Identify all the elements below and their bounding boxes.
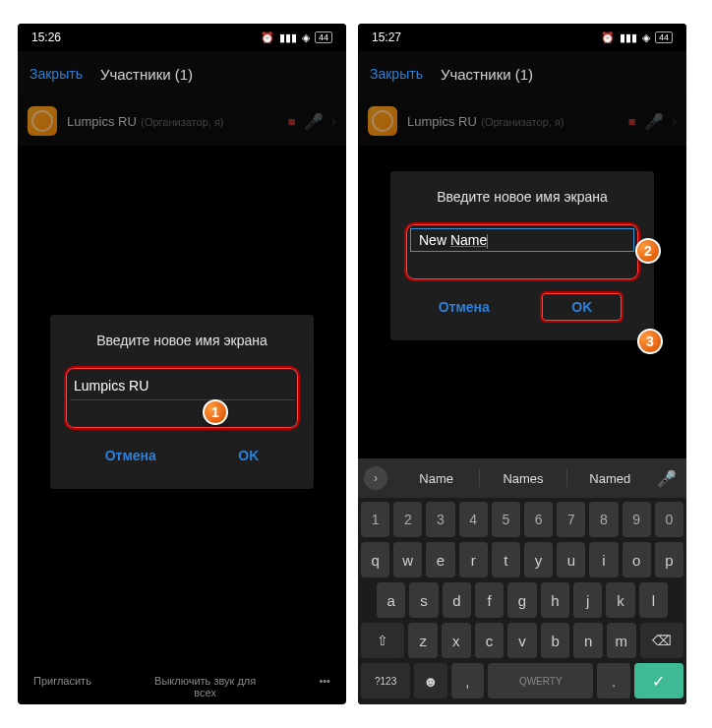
status-bar: 15:26 ⏰ ▮▮▮ ◈ 44 [18,24,346,51]
ok-button[interactable]: OK [540,291,623,323]
key-1[interactable]: 1 [361,502,389,537]
key-comma[interactable]: , [451,663,484,698]
avatar [368,106,397,136]
dialog-title: Введите новое имя экрана [404,189,640,205]
rename-dialog: Введите новое имя экрана New Name Отмена… [390,171,654,340]
name-input[interactable]: New Name [415,226,492,254]
key-d[interactable]: d [443,582,471,618]
key-v[interactable]: v [507,623,537,658]
key-9[interactable]: 9 [623,502,651,537]
participant-name: Lumpics RU [67,114,137,129]
key-x[interactable]: x [442,623,471,658]
participant-name: Lumpics RU [407,114,477,129]
key-b[interactable]: b [541,623,570,658]
cancel-button[interactable]: Отмена [88,440,174,471]
key-6[interactable]: 6 [524,502,553,537]
participant-row[interactable]: Lumpics RU (Организатор, я) ■ 🎤 › [358,96,686,146]
key-c[interactable]: c [475,623,504,658]
key-k[interactable]: k [606,582,634,618]
key-n[interactable]: n [573,623,603,658]
key-m[interactable]: m [607,623,636,658]
mute-all-button[interactable]: Выключить звук для всех [151,675,260,698]
keyboard-suggestion-bar: › Name Names Named 🎤 [358,458,686,498]
close-button[interactable]: Закрыть [30,66,83,82]
key-7[interactable]: 7 [557,502,585,537]
callout-badge-2: 2 [635,238,661,264]
key-symbols[interactable]: ?123 [361,663,410,698]
mic-icon: 🎤 [304,112,324,131]
key-3[interactable]: 3 [426,502,454,537]
key-f[interactable]: f [475,582,504,618]
key-e[interactable]: e [426,542,454,577]
ok-button[interactable]: OK [220,440,276,471]
key-4[interactable]: 4 [459,502,488,537]
callout-badge-3: 3 [637,329,663,354]
key-g[interactable]: g [507,582,536,618]
expand-suggestions-icon[interactable]: › [364,466,387,490]
key-j[interactable]: j [573,582,602,618]
suggestion-2[interactable]: Names [482,465,564,492]
chevron-right-icon: › [672,112,677,130]
participant-meta: (Организатор, я) [141,116,223,128]
virtual-keyboard: 1 2 3 4 5 6 7 8 9 0 q w e r t y u i o p … [358,498,686,704]
phone-screenshot-left: 15:26 ⏰ ▮▮▮ ◈ 44 Закрыть Участники (1) L… [18,24,346,704]
name-input-wrapper[interactable]: New Name [410,228,634,252]
key-backspace[interactable]: ⌫ [640,623,683,658]
callout-badge-1: 1 [203,399,228,425]
cancel-button[interactable]: Отмена [421,291,507,323]
alarm-icon: ⏰ [601,31,615,44]
key-w[interactable]: w [393,542,422,577]
key-enter[interactable]: ✓ [634,663,683,698]
battery-indicator: 44 [315,31,332,43]
key-5[interactable]: 5 [492,502,520,537]
signal-icon: ▮▮▮ [279,31,297,44]
callout-highlight-2: New Name [404,222,640,281]
participant-row[interactable]: Lumpics RU (Организатор, я) ■ 🎤 › [18,96,346,146]
wifi-icon: ◈ [302,31,310,44]
app-header: Закрыть Участники (1) [18,51,346,96]
avatar [28,106,57,136]
battery-indicator: 44 [655,31,673,43]
key-r[interactable]: r [459,542,488,577]
bottom-bar: Пригласить Выключить звук для всех ••• [18,675,346,698]
header-title: Участники (1) [100,66,193,83]
rename-dialog: Введите новое имя экрана Lumpics RU Отме… [50,315,314,489]
dialog-title: Введите новое имя экрана [64,333,300,348]
key-a[interactable]: a [377,582,405,618]
participant-meta: (Организатор, я) [481,116,564,128]
suggestion-3[interactable]: Named [569,465,651,492]
key-8[interactable]: 8 [589,502,618,537]
invite-button[interactable]: Пригласить [33,675,91,698]
key-i[interactable]: i [589,542,618,577]
camera-icon: ■ [288,114,296,129]
phone-screenshot-right: 15:27 ⏰ ▮▮▮ ◈ 44 Закрыть Участники (1) L… [358,24,686,704]
key-q[interactable]: q [361,542,389,577]
key-space[interactable]: QWERTY [488,663,593,698]
close-button[interactable]: Закрыть [370,66,423,82]
key-0[interactable]: 0 [655,502,683,537]
signal-icon: ▮▮▮ [620,31,637,44]
more-button[interactable]: ••• [319,675,330,698]
suggestion-1[interactable]: Name [395,465,477,492]
alarm-icon: ⏰ [261,31,274,44]
status-bar: 15:27 ⏰ ▮▮▮ ◈ 44 [358,24,686,51]
key-period[interactable]: . [597,663,629,698]
header-title: Участники (1) [441,66,533,83]
key-p[interactable]: p [655,542,683,577]
clock: 15:26 [31,30,61,44]
key-o[interactable]: o [623,542,651,577]
key-h[interactable]: h [541,582,569,618]
key-s[interactable]: s [409,582,438,618]
key-l[interactable]: l [639,582,668,618]
key-y[interactable]: y [524,542,553,577]
key-emoji[interactable]: ☻ [414,663,446,698]
key-2[interactable]: 2 [393,502,422,537]
name-input[interactable]: Lumpics RU [70,372,294,400]
key-z[interactable]: z [408,623,438,658]
voice-input-icon[interactable]: 🎤 [653,469,681,488]
chevron-right-icon: › [331,112,336,130]
key-t[interactable]: t [492,542,520,577]
app-header: Закрыть Участники (1) [358,51,686,96]
key-u[interactable]: u [557,542,585,577]
key-shift[interactable]: ⇧ [361,623,404,658]
